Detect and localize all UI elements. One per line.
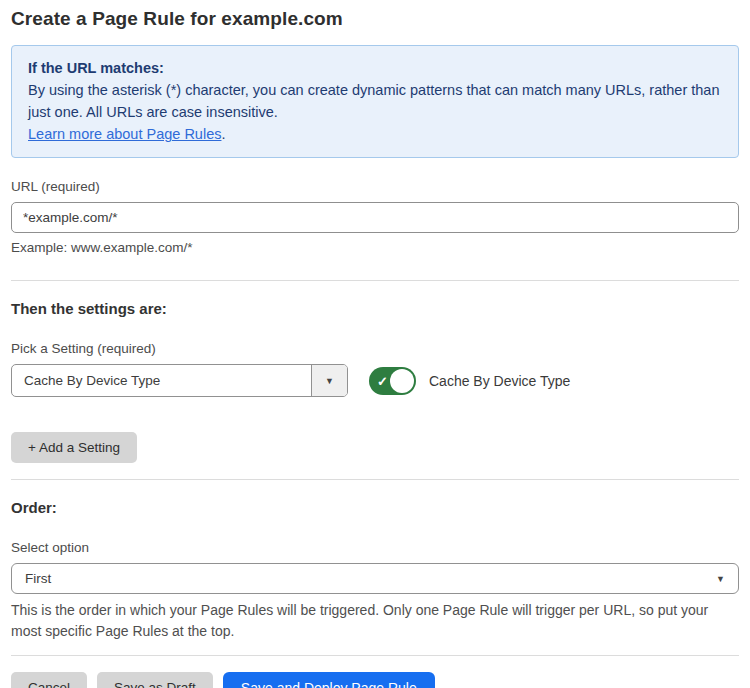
cache-by-device-type-toggle[interactable]: ✓ [369, 367, 416, 395]
setting-select-value: Cache By Device Type [12, 365, 311, 396]
toggle-label: Cache By Device Type [429, 373, 570, 389]
chevron-down-icon: ▼ [716, 574, 725, 584]
footer-divider [11, 655, 739, 656]
order-select-value: First [25, 571, 716, 586]
order-helper-text: This is the order in which your Page Rul… [11, 600, 731, 642]
order-select[interactable]: First ▼ [11, 563, 739, 594]
info-banner-body: By using the asterisk (*) character, you… [28, 79, 722, 123]
learn-more-link[interactable]: Learn more about Page Rules [28, 126, 221, 142]
save-as-draft-button[interactable]: Save as Draft [97, 672, 213, 688]
info-banner-heading: If the URL matches: [28, 57, 722, 79]
add-setting-button[interactable]: + Add a Setting [11, 432, 137, 463]
cancel-button[interactable]: Cancel [11, 672, 87, 688]
page-title: Create a Page Rule for example.com [11, 8, 739, 30]
toggle-knob [390, 369, 414, 393]
save-and-deploy-button[interactable]: Save and Deploy Page Rule [223, 672, 435, 688]
footer-actions: Cancel Save as Draft Save and Deploy Pag… [11, 672, 739, 688]
setting-row: Cache By Device Type ▼ ✓ Cache By Device… [11, 364, 739, 397]
setting-select-arrow-button[interactable]: ▼ [311, 365, 347, 396]
order-section-heading: Order: [11, 499, 739, 516]
url-input[interactable] [11, 202, 739, 233]
url-example-helper: Example: www.example.com/* [11, 240, 739, 255]
info-banner-link-line: Learn more about Page Rules. [28, 123, 722, 145]
check-icon: ✓ [377, 374, 388, 387]
settings-section-heading: Then the settings are: [11, 300, 739, 317]
url-field-label: URL (required) [11, 179, 739, 194]
setting-select[interactable]: Cache By Device Type ▼ [11, 364, 348, 397]
section-divider [11, 479, 739, 480]
order-select-label: Select option [11, 540, 739, 555]
url-match-info-banner: If the URL matches: By using the asteris… [11, 45, 739, 158]
pick-setting-label: Pick a Setting (required) [11, 341, 739, 356]
section-divider [11, 280, 739, 281]
chevron-down-icon: ▼ [325, 376, 334, 386]
page-rule-form: Create a Page Rule for example.com If th… [0, 0, 750, 688]
link-period: . [221, 126, 225, 142]
